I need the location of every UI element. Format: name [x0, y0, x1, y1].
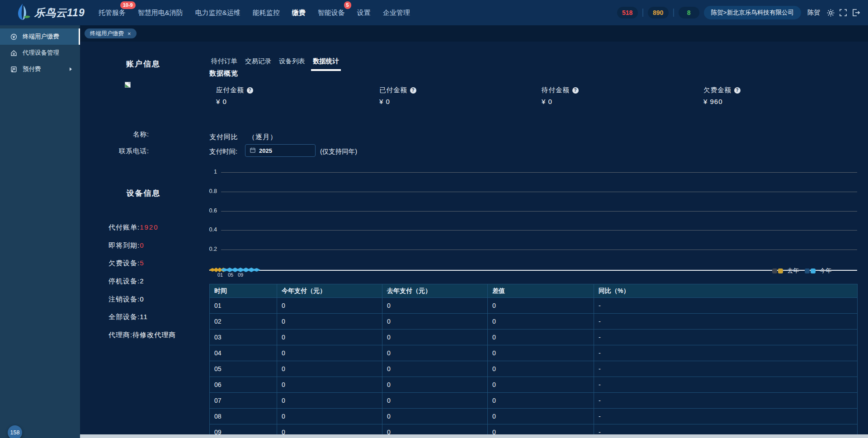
stat-value: ¥ 0	[216, 98, 253, 105]
stat-label: 待付金额	[542, 86, 570, 94]
app-root: 乐鸟云119 托管服务 10-9 智慧用电&消防 电力监控&运维 能耗监控 缴费…	[0, 0, 868, 438]
gear-icon[interactable]	[826, 9, 835, 17]
nav-item-energy-monitor[interactable]: 能耗监控	[253, 7, 280, 19]
horizontal-scrollbar[interactable]	[80, 434, 868, 438]
tab-data-statistics[interactable]: 数据统计	[311, 56, 341, 71]
account-name-label: 名称:	[104, 130, 149, 139]
table-row: 02000-	[210, 314, 858, 330]
account-phone-label: 联系电话:	[104, 147, 149, 155]
cell: 04	[210, 345, 277, 361]
cell: 0	[382, 409, 488, 424]
stat-label: 已付金额	[379, 86, 407, 94]
close-icon[interactable]: ×	[127, 30, 131, 37]
trend-section-title: 支付同比 （逐月）	[209, 133, 277, 141]
nav-item-enterprise[interactable]: 企业管理	[383, 7, 410, 19]
nav-item-hosting[interactable]: 托管服务 10-9	[99, 7, 126, 19]
help-icon[interactable]: ?	[572, 87, 579, 94]
device-stat-value: 0	[140, 295, 144, 303]
y-axis-tick: 1	[194, 169, 217, 175]
cell: 0	[382, 330, 488, 345]
stat-label: 应付金额	[216, 86, 244, 94]
cell: 02	[210, 314, 277, 330]
device-stat-agent: 代理商:待修改代理商	[108, 331, 176, 339]
floating-count-badge[interactable]: 158	[8, 425, 22, 438]
device-stat-label: 即将到期:	[108, 241, 140, 249]
table-row: 07000-	[210, 393, 858, 409]
open-tab-label: 终端用户缴费	[90, 30, 124, 38]
cell: 03	[210, 330, 277, 345]
col-header-diff: 差值	[488, 284, 594, 298]
cell: -	[594, 377, 858, 393]
cell: 0	[382, 298, 488, 314]
open-tab-terminal-user-payment[interactable]: 终端用户缴费 ×	[85, 28, 137, 38]
stat-value: ¥ 0	[379, 98, 416, 105]
company-selector[interactable]: 陈贺>新北京乐鸟科技有限公司	[704, 6, 801, 19]
legend-label-thisyear[interactable]: 今年	[820, 267, 831, 275]
slider-tick-label: 01	[215, 272, 225, 278]
tab-device-list[interactable]: 设备列表	[277, 56, 307, 71]
sidebar-item-label: 预付费	[23, 65, 41, 73]
cell: 0	[277, 314, 382, 330]
overview-title: 数据概览	[209, 69, 238, 78]
device-stat-total: 全部设备:11	[108, 313, 148, 321]
cell: 0	[277, 298, 382, 314]
user-name[interactable]: 陈贺	[807, 9, 820, 17]
year-picker-input[interactable]: 2025	[245, 144, 316, 157]
nav-item-label: 智慧用电&消防	[138, 9, 183, 16]
sidebar-item-agent-device-manage[interactable]: 代理设备管理	[0, 45, 80, 61]
alarm-counter-orange[interactable]: 890	[648, 7, 669, 19]
fullscreen-icon[interactable]	[839, 9, 847, 17]
device-stat-value: 0	[140, 241, 144, 249]
sidebar-item-prepay[interactable]: 预付费	[0, 61, 80, 77]
cell: 0	[488, 345, 594, 361]
alarm-counter-red[interactable]: 518	[617, 7, 638, 19]
help-icon[interactable]: ?	[410, 87, 416, 94]
device-stat-cancelled: 注销设备:0	[108, 295, 144, 304]
y-axis-tick: 0.8	[194, 188, 217, 194]
logout-icon[interactable]	[852, 9, 860, 17]
legend-swatch-lastyear[interactable]	[772, 268, 783, 273]
user-pay-icon	[10, 33, 17, 40]
device-stat-label: 欠费设备:	[108, 259, 140, 267]
slider-tick-label: 05	[226, 272, 236, 278]
cell: 0	[488, 330, 594, 345]
pay-time-label: 支付时间:	[209, 147, 237, 156]
stat-label: 欠费金额	[703, 86, 731, 94]
datazoom-track[interactable]	[209, 270, 857, 271]
alarm-counter-green[interactable]: 8	[679, 7, 699, 19]
cell: 0	[382, 377, 488, 393]
nav-item-label: 设置	[357, 9, 371, 16]
logo-flame-icon	[15, 3, 31, 23]
gridline	[221, 172, 857, 173]
cell: 0	[488, 298, 594, 314]
nav-item-power-monitor-ops[interactable]: 电力监控&运维	[195, 7, 241, 19]
account-info-title: 账户信息	[126, 59, 160, 69]
nav-item-smart-power-fire[interactable]: 智慧用电&消防	[138, 7, 183, 19]
legend-label-lastyear[interactable]: 去年	[787, 267, 799, 275]
nav-item-label: 能耗监控	[253, 9, 280, 16]
y-axis-tick: 0.4	[194, 226, 217, 233]
nav-item-payment[interactable]: 缴费	[292, 7, 306, 19]
nav-item-smart-device[interactable]: 智能设备 5	[318, 7, 345, 19]
cell: 07	[210, 393, 277, 409]
calendar-icon	[250, 146, 255, 155]
cell: 0	[277, 361, 382, 377]
cell: 06	[210, 377, 277, 393]
slider-tick-label: 09	[236, 272, 245, 278]
nav-item-settings[interactable]: 设置	[357, 7, 371, 19]
legend-swatch-thisyear[interactable]	[805, 268, 816, 273]
sidebar-item-label: 代理设备管理	[23, 49, 59, 57]
cell: 08	[210, 409, 277, 424]
year-picker-value: 2025	[259, 147, 272, 154]
help-icon[interactable]: ?	[734, 87, 741, 94]
sidebar-item-terminal-user-payment[interactable]: 终端用户缴费	[0, 28, 80, 45]
cell: 0	[488, 377, 594, 393]
help-icon[interactable]: ?	[247, 87, 253, 94]
cell: -	[594, 409, 858, 424]
y-axis-tick: 0.6	[194, 207, 217, 214]
logo[interactable]: 乐鸟云119	[15, 3, 85, 23]
cell: 0	[277, 330, 382, 345]
tab-transactions[interactable]: 交易记录	[243, 56, 273, 71]
col-header-time: 时间	[210, 284, 277, 298]
nav-item-label: 托管服务	[99, 9, 126, 16]
